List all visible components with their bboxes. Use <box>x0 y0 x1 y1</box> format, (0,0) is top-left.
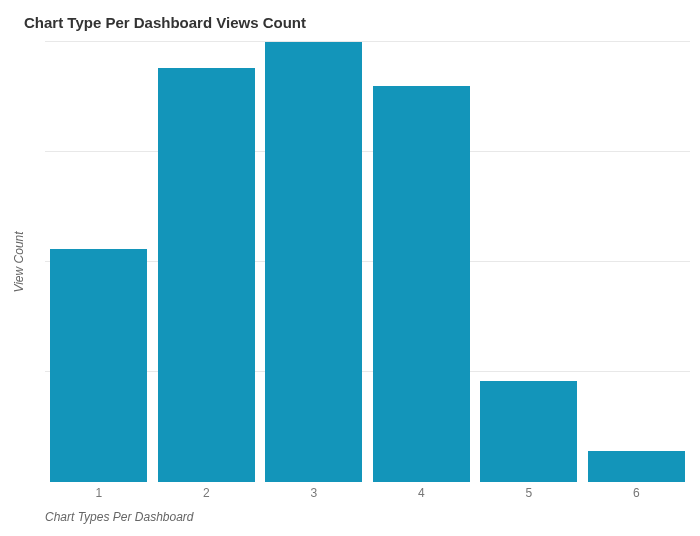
bar-slot <box>583 42 691 482</box>
bar-2 <box>158 68 255 482</box>
bar-1 <box>50 249 147 482</box>
chart-title: Chart Type Per Dashboard Views Count <box>24 14 306 31</box>
bar-slot <box>475 42 583 482</box>
bar-5 <box>480 381 577 482</box>
x-tick: 2 <box>153 486 261 500</box>
plot-area <box>45 42 690 482</box>
bar-slot <box>260 42 368 482</box>
x-tick: 5 <box>475 486 583 500</box>
x-tick: 3 <box>260 486 368 500</box>
x-axis-label: Chart Types Per Dashboard <box>45 510 194 524</box>
y-axis-label: View Count <box>12 231 26 292</box>
bar-3 <box>265 42 362 482</box>
x-tick: 6 <box>583 486 691 500</box>
bar-6 <box>588 451 685 482</box>
x-axis-ticks: 1 2 3 4 5 6 <box>45 486 690 500</box>
x-tick: 4 <box>368 486 476 500</box>
bar-group <box>45 42 690 482</box>
bar-slot <box>368 42 476 482</box>
bar-4 <box>373 86 470 482</box>
bar-slot <box>45 42 153 482</box>
x-tick: 1 <box>45 486 153 500</box>
bar-slot <box>153 42 261 482</box>
